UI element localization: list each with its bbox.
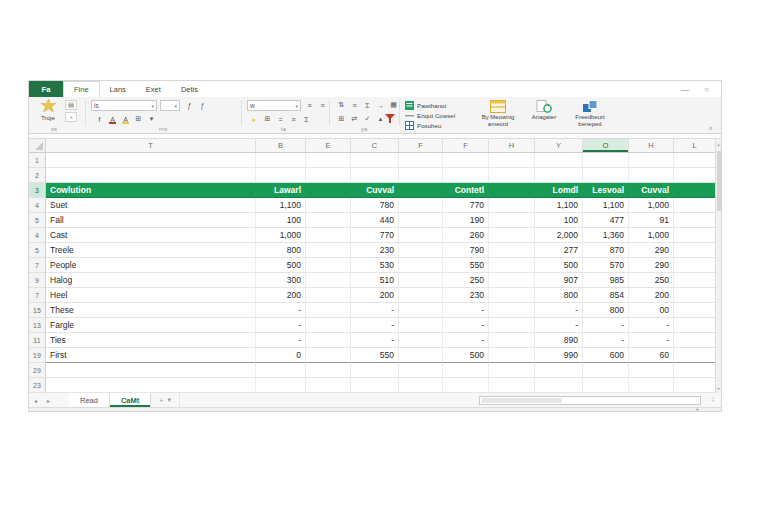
ribbon-icon[interactable]: ✓	[362, 114, 373, 124]
cell[interactable]: These	[46, 303, 256, 318]
cell[interactable]	[256, 378, 306, 393]
cell[interactable]	[583, 153, 629, 168]
cell[interactable]: 770	[351, 228, 399, 243]
cell[interactable]: 800	[583, 303, 629, 318]
cell[interactable]: First	[46, 348, 256, 363]
chevron-down-icon[interactable]: ▾	[146, 114, 157, 124]
horizontal-scrollbar[interactable]	[479, 396, 701, 405]
cell[interactable]	[306, 153, 351, 168]
cell[interactable]: 1,000	[629, 198, 674, 213]
cell[interactable]	[674, 228, 716, 243]
cell[interactable]: Lawarl	[256, 183, 306, 198]
column-header-1[interactable]: T	[46, 139, 256, 152]
cell[interactable]: Lesvoal	[583, 183, 629, 198]
cell[interactable]	[583, 363, 629, 378]
cell[interactable]: 00	[629, 303, 674, 318]
cell[interactable]: 300	[256, 273, 306, 288]
column-header-10[interactable]: H	[629, 139, 674, 152]
font-name-combobox[interactable]: is ▾	[91, 100, 157, 111]
cell[interactable]	[399, 273, 443, 288]
cell[interactable]	[674, 153, 716, 168]
cell[interactable]	[399, 363, 443, 378]
column-header-4[interactable]: C	[351, 139, 399, 152]
cell[interactable]: Treele	[46, 243, 256, 258]
file-tab[interactable]: Fa	[29, 81, 63, 97]
cell[interactable]	[399, 288, 443, 303]
minimize-icon[interactable]: —	[681, 85, 689, 94]
cell[interactable]: 290	[629, 258, 674, 273]
cell[interactable]	[399, 198, 443, 213]
cell[interactable]: 2,000	[535, 228, 583, 243]
borders-icon[interactable]: ⊞	[133, 114, 144, 124]
format-painter-icon[interactable]: ◔	[65, 112, 77, 122]
cell[interactable]: 0	[256, 348, 306, 363]
cell[interactable]	[674, 168, 716, 183]
cell[interactable]: -	[443, 303, 489, 318]
vertical-scrollbar-thumb[interactable]	[717, 151, 721, 211]
cell[interactable]	[306, 258, 351, 273]
cell[interactable]: 250	[443, 273, 489, 288]
cell[interactable]: 570	[583, 258, 629, 273]
row-header[interactable]: 4	[29, 198, 46, 213]
cell[interactable]: 500	[443, 348, 489, 363]
big-button-3[interactable]: Freedbeurt beneped	[569, 98, 611, 133]
cell[interactable]	[674, 273, 716, 288]
cell[interactable]	[399, 153, 443, 168]
cell[interactable]	[535, 378, 583, 393]
cell[interactable]	[306, 168, 351, 183]
row-header[interactable]: 19	[29, 348, 46, 363]
cell[interactable]: 230	[351, 243, 399, 258]
highlight-color-icon[interactable]: A	[120, 114, 131, 124]
cell[interactable]: -	[583, 318, 629, 333]
row-header[interactable]: 15	[29, 303, 46, 318]
row-header[interactable]: 1	[29, 153, 46, 168]
cell[interactable]	[306, 303, 351, 318]
cell[interactable]	[629, 363, 674, 378]
cell[interactable]: 477	[583, 213, 629, 228]
restore-icon[interactable]: ○	[704, 85, 709, 94]
cell[interactable]: -	[256, 333, 306, 348]
cell[interactable]	[351, 168, 399, 183]
cell[interactable]: 200	[629, 288, 674, 303]
scroll-up-icon[interactable]: ▴	[717, 139, 719, 149]
row-header[interactable]: 3	[29, 183, 46, 198]
cell-styles-item[interactable]: Posuheu	[405, 120, 441, 130]
cell[interactable]: -	[583, 333, 629, 348]
ribbon-icon[interactable]: ≡	[317, 100, 328, 110]
cell[interactable]	[674, 378, 716, 393]
cell[interactable]	[256, 363, 306, 378]
cell[interactable]	[399, 228, 443, 243]
cell[interactable]: Cuvval	[629, 183, 674, 198]
cell[interactable]	[489, 318, 535, 333]
cell[interactable]: 500	[535, 258, 583, 273]
cell[interactable]: Cuvval	[351, 183, 399, 198]
column-header-7[interactable]: H	[489, 139, 535, 152]
cell[interactable]: 440	[351, 213, 399, 228]
scroll-down-icon[interactable]: ▾	[717, 383, 719, 393]
cell[interactable]: Ties	[46, 333, 256, 348]
row-header[interactable]: 9	[29, 273, 46, 288]
cell[interactable]: Suet	[46, 198, 256, 213]
cell[interactable]	[535, 363, 583, 378]
cell[interactable]: -	[256, 303, 306, 318]
cell[interactable]: 250	[629, 273, 674, 288]
cell[interactable]: 985	[583, 273, 629, 288]
cell[interactable]: 770	[443, 198, 489, 213]
cell[interactable]	[46, 168, 256, 183]
row-header[interactable]: 11	[29, 333, 46, 348]
cell[interactable]: 277	[535, 243, 583, 258]
cell[interactable]	[489, 198, 535, 213]
ribbon-tab-home[interactable]: Fine	[63, 81, 100, 97]
cell[interactable]: 907	[535, 273, 583, 288]
cell[interactable]: 510	[351, 273, 399, 288]
cell[interactable]	[674, 363, 716, 378]
cell[interactable]	[306, 363, 351, 378]
cell[interactable]	[583, 378, 629, 393]
cell[interactable]: 290	[629, 243, 674, 258]
cell[interactable]	[583, 168, 629, 183]
cell[interactable]: 990	[535, 348, 583, 363]
cell[interactable]	[351, 363, 399, 378]
cell[interactable]	[306, 318, 351, 333]
cell[interactable]: 190	[443, 213, 489, 228]
cell[interactable]	[306, 378, 351, 393]
